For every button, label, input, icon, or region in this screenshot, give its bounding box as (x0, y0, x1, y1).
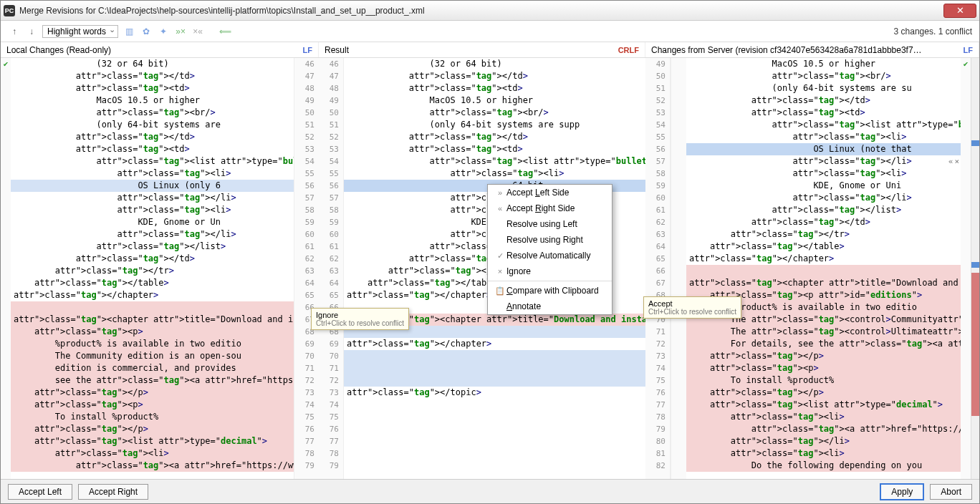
code-line: OS Linux (only 6 (11, 180, 294, 192)
menu-icon: » (494, 188, 506, 197)
code-line: attr">class="tag"><p> (11, 399, 294, 411)
tooltip-title: Accept (648, 299, 736, 308)
code-line: attr">class="tag"></list> (686, 204, 961, 216)
close-button[interactable]: ✕ (943, 4, 976, 18)
menu-item[interactable]: «Accept Right Side (488, 200, 612, 216)
apply-right-icon[interactable]: ×« (191, 25, 204, 38)
server-eol: LF (964, 46, 973, 54)
server-code[interactable]: MacOS 10.5 or higher attr">class="tag"><… (686, 58, 961, 479)
code-line (344, 423, 645, 435)
rollback-icon[interactable]: ⟸ (218, 25, 231, 38)
code-line: attr">class="tag"></td> (344, 131, 645, 143)
menu-label: Accept Right Side (506, 203, 575, 213)
code-line: attr">class="tag"></li> (686, 155, 961, 168)
code-line: attr">class="tag"></li> (11, 192, 294, 204)
code-line: attr">class="tag"></topic> (344, 387, 645, 399)
code-line: attr">class="tag"><li> (686, 168, 961, 180)
code-line: attr">class="tag"><list attr">type="bull… (344, 155, 645, 168)
menu-item[interactable]: Annotate (488, 299, 612, 314)
code-line: attr">class="tag"><p> (11, 326, 294, 338)
toolbar: ↑ ↓ Highlight words ▥ ✿ ✦ »× ×« ⟸ 3 chan… (1, 21, 979, 42)
code-line: attr">class="tag"></p> (686, 350, 961, 362)
code-line: MacOS 10.5 or higher (686, 58, 961, 70)
accept-left-button[interactable]: Accept Left (8, 484, 72, 500)
next-diff-icon[interactable]: ↓ (25, 25, 38, 38)
apply-left-icon[interactable]: »× (174, 25, 187, 38)
code-line: attr">class="tag"></list> (11, 241, 294, 253)
tooltip-title: Ignore (316, 311, 404, 319)
code-line (344, 350, 645, 362)
local-header-label: Local Changes (Read-only) (6, 45, 111, 55)
menu-item[interactable]: ✓Resolve Automatically (488, 248, 612, 263)
accept-right-button[interactable]: Accept Right (78, 484, 148, 500)
code-line: To install %product% (11, 411, 294, 423)
tooltip-sub: Ctrl+Click to resolve conflict (648, 308, 736, 316)
local-header: Local Changes (Read-only) LF (1, 42, 319, 57)
server-scrollmark[interactable] (971, 58, 979, 479)
local-gutter: 4647484950515253545556575859606162636465… (294, 58, 319, 479)
code-line: attr">class="tag"><a attr">href="https:/… (11, 460, 294, 472)
code-line: (32 or 64 bit) (11, 58, 294, 70)
menu-item[interactable]: 📋Compare with Clipboard (488, 283, 612, 299)
apply-button[interactable]: Apply (880, 483, 924, 500)
prev-diff-icon[interactable]: ↑ (8, 25, 21, 38)
settings-icon[interactable]: ✿ (140, 25, 153, 38)
server-header: Changes from Server (revision cf342407e5… (645, 42, 979, 57)
code-line: The Community edition is an open-sou (11, 350, 294, 362)
code-line: attr">class="tag"></chapter> (344, 338, 645, 350)
collapse-icon[interactable]: ▥ (123, 25, 135, 38)
code-line: attr">class="tag"><li> (686, 447, 961, 460)
code-line: attr">class="tag"></li> (11, 228, 294, 241)
result-header: Result CRLF (319, 42, 645, 57)
code-line: attr">class="tag"></td> (11, 253, 294, 265)
server-markers (671, 58, 686, 479)
menu-label: Ignore (506, 266, 531, 276)
code-line: attr">class="tag"><td> (344, 82, 645, 94)
menu-label: Annotate (506, 301, 541, 311)
code-line: attr">class="tag"></p> (686, 387, 961, 399)
code-line: attr">class="tag"><list attr">type="bull… (11, 155, 294, 168)
server-status-strip: ✔ (961, 58, 971, 479)
menu-label: Compare with Clipboard (506, 286, 599, 296)
local-code[interactable]: (32 or 64 bit) attr">class="tag"></td> a… (11, 58, 294, 479)
code-line: attr">class="tag"><li> (686, 131, 961, 143)
code-line: attr">class="tag"><chapter attr">title="… (686, 277, 961, 289)
code-line: attr">class="tag"></li> (686, 192, 961, 204)
code-line (344, 411, 645, 423)
code-line: attr">class="tag"><li> (686, 411, 961, 423)
code-line: attr">class="tag"></td> (11, 70, 294, 82)
code-line (344, 435, 645, 447)
menu-item[interactable]: »Accept Left Side (488, 185, 612, 200)
code-line: For details, see the attr">class="tag"><… (686, 338, 961, 350)
server-pane: 4950515253545556575859606162636465666768… (645, 58, 979, 479)
highlight-select[interactable]: Highlight words (42, 25, 118, 38)
magic-resolve-icon[interactable]: ✦ (157, 25, 170, 38)
code-line: attr">class="tag"></tr> (686, 228, 961, 241)
code-line (11, 301, 294, 314)
app-icon: PC (4, 5, 15, 16)
menu-icon: × (494, 267, 506, 276)
code-line: attr">class="tag"><list attr">type="bull… (686, 119, 961, 131)
code-line: attr">class="tag"><br/> (11, 107, 294, 119)
menu-label: Resolve Automatically (506, 251, 590, 261)
menu-icon: 📋 (494, 286, 506, 296)
tooltip-sub: Ctrl+Click to resolve conflict (316, 319, 404, 327)
code-line: attr">class="tag"><li> (11, 204, 294, 216)
context-menu[interactable]: »Accept Left Side«Accept Right SideResol… (487, 184, 612, 315)
code-line (344, 447, 645, 460)
code-line: attr">class="tag"><list attr">type="deci… (686, 399, 961, 411)
code-line: To install %product% (686, 374, 961, 387)
code-line: attr">class="tag"></td> (686, 216, 961, 228)
code-line: MacOS 10.5 or higher (344, 94, 645, 107)
code-line: attr">class="tag"><li> (11, 168, 294, 180)
code-line: attr">class="tag"><chapter attr">title="… (11, 314, 294, 326)
code-line (344, 374, 645, 387)
menu-item[interactable]: Resolve using Left (488, 216, 612, 232)
abort-button[interactable]: Abort (930, 484, 972, 500)
code-line: Do the following depending on you (686, 460, 961, 472)
code-line: attr">class="tag"><a attr">href="https:/… (686, 423, 961, 435)
menu-item[interactable]: ×Ignore (488, 263, 612, 279)
code-line: attr">class="tag"></tr> (11, 265, 294, 277)
menu-item[interactable]: Resolve using Right (488, 232, 612, 248)
footer: Accept Left Accept Right Apply Abort (1, 479, 979, 503)
